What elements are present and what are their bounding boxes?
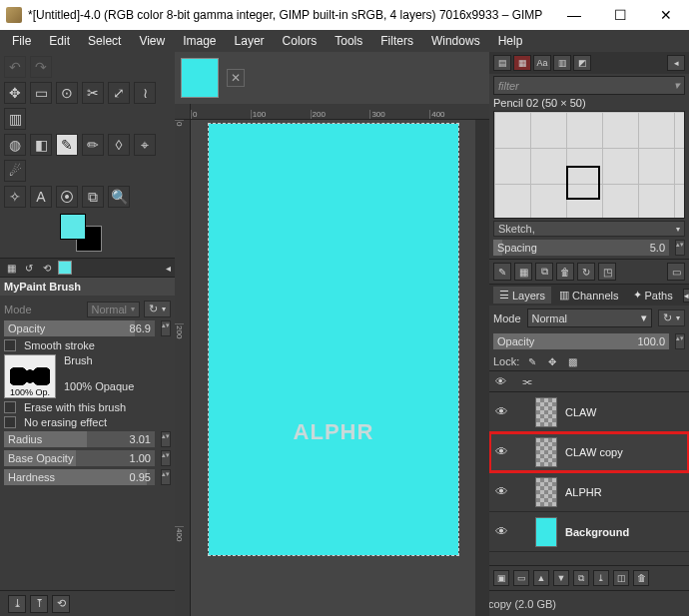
brush-personal-icon[interactable]: ◳: [598, 263, 616, 281]
brush-duplicate-icon[interactable]: ⧉: [535, 263, 553, 281]
noerase-checkbox[interactable]: [4, 416, 16, 428]
eye-icon[interactable]: 👁: [493, 444, 509, 459]
brush-refresh-icon[interactable]: ↻: [577, 263, 595, 281]
tool-bucket-icon[interactable]: ◍: [4, 134, 26, 156]
layer-name[interactable]: CLAW copy: [565, 446, 685, 458]
mode-reset-button[interactable]: ↻▾: [144, 301, 171, 317]
tab-fonts-icon[interactable]: Aa: [533, 55, 551, 71]
spacing-spinner[interactable]: ▴▾: [675, 240, 685, 256]
menu-edit[interactable]: Edit: [41, 31, 78, 51]
brush-new-icon[interactable]: ▦: [514, 263, 532, 281]
radius-slider[interactable]: Radius 3.01: [4, 431, 155, 447]
tool-redo-icon[interactable]: ↷: [30, 56, 52, 78]
canvas[interactable]: ALPHR: [191, 120, 475, 616]
tool-warp-icon[interactable]: ≀: [134, 82, 156, 104]
layer-thumbnail[interactable]: [535, 437, 557, 467]
spacing-slider[interactable]: Spacing 5.0: [493, 240, 669, 256]
tool-crop-icon[interactable]: ✂: [82, 82, 104, 104]
brush-delete-icon[interactable]: 🗑: [556, 263, 574, 281]
tool-smudge-icon[interactable]: ☄: [4, 160, 26, 182]
tab-brushes-icon[interactable]: ▤: [493, 55, 511, 71]
layer-down-icon[interactable]: ▼: [553, 570, 569, 586]
tool-move-icon[interactable]: ✥: [4, 82, 26, 104]
layer-delete-icon[interactable]: 🗑: [633, 570, 649, 586]
menu-image[interactable]: Image: [175, 31, 224, 51]
baseopacity-spinner[interactable]: ▴▾: [161, 450, 171, 466]
layer-mask-icon[interactable]: ◫: [613, 570, 629, 586]
menu-view[interactable]: View: [131, 31, 173, 51]
dock-menu-icon[interactable]: ◂: [667, 55, 685, 71]
layer-opacity-spinner[interactable]: ▴▾: [675, 333, 685, 349]
layer-group-icon[interactable]: ▭: [513, 570, 529, 586]
tool-pencil-icon[interactable]: ✏: [82, 134, 104, 156]
tool-free-select-icon[interactable]: ⊙: [56, 82, 78, 104]
tool-color-picker-icon[interactable]: ⦿: [56, 186, 78, 208]
menu-colors[interactable]: Colors: [275, 31, 326, 51]
brush-edit-icon[interactable]: ✎: [493, 263, 511, 281]
layer-name[interactable]: ALPHR: [565, 486, 685, 498]
tool-measure-icon[interactable]: ⧉: [82, 186, 104, 208]
image-tab-close-icon[interactable]: ✕: [227, 69, 245, 87]
opacity-slider[interactable]: Opacity 86.9: [4, 320, 155, 336]
opacity-spinner[interactable]: ▴▾: [161, 320, 171, 336]
brush-grid[interactable]: [493, 111, 685, 219]
layer-thumbnail[interactable]: [535, 397, 557, 427]
menu-layer[interactable]: Layer: [227, 31, 273, 51]
mode-select[interactable]: Normal▾: [87, 302, 140, 317]
hardness-spinner[interactable]: ▴▾: [161, 469, 171, 485]
layer-row[interactable]: 👁CLAW copy: [489, 432, 689, 472]
layer-mode-select[interactable]: Normal▾: [527, 308, 652, 327]
restore-preset-icon[interactable]: ⤒: [30, 595, 48, 613]
erase-checkbox[interactable]: [4, 401, 16, 413]
menu-tools[interactable]: Tools: [327, 31, 370, 51]
dock-menu-icon[interactable]: ◂: [683, 289, 689, 303]
tab-paths[interactable]: ✦Paths: [627, 287, 679, 304]
brush-open-icon[interactable]: ▭: [667, 263, 685, 281]
tool-path-icon[interactable]: ✧: [4, 186, 26, 208]
layer-row[interactable]: 👁Background: [489, 512, 689, 552]
eye-icon[interactable]: 👁: [493, 524, 509, 539]
lock-pixels-icon[interactable]: ✎: [525, 354, 539, 368]
dock-menu-icon[interactable]: ◂: [166, 263, 171, 274]
close-button[interactable]: ✕: [643, 0, 689, 30]
layer-thumbnail[interactable]: [535, 477, 557, 507]
delete-preset-icon[interactable]: ⟲: [52, 595, 70, 613]
tool-undo-history-icon[interactable]: ↶: [4, 56, 26, 78]
tool-eraser-icon[interactable]: ◊: [108, 134, 130, 156]
tab-undo-history-icon[interactable]: ⟲: [40, 261, 54, 275]
lock-position-icon[interactable]: ✥: [545, 354, 559, 368]
tab-history-icon[interactable]: ▥: [553, 55, 571, 71]
tab-colors-icon[interactable]: [58, 261, 72, 275]
layer-name[interactable]: CLAW: [565, 406, 685, 418]
menu-help[interactable]: Help: [490, 31, 531, 51]
layer-mode-reset-button[interactable]: ↻▾: [658, 309, 685, 326]
brush-filter-input[interactable]: filter ▾: [493, 76, 685, 95]
tab-device-status-icon[interactable]: ↺: [22, 261, 36, 275]
tab-gradients-icon[interactable]: ◩: [573, 55, 591, 71]
scrollbar-vertical[interactable]: [475, 120, 489, 616]
tool-zoom-icon[interactable]: 🔍: [108, 186, 130, 208]
menu-windows[interactable]: Windows: [423, 31, 488, 51]
canvas-image[interactable]: ALPHR: [209, 124, 458, 555]
tool-gradient-icon[interactable]: ◧: [30, 134, 52, 156]
layer-opacity-slider[interactable]: Opacity 100.0: [493, 333, 669, 349]
tool-flip-icon[interactable]: ▥: [4, 108, 26, 130]
image-tab-thumbnail[interactable]: [181, 58, 219, 98]
layer-name[interactable]: Background: [565, 526, 685, 538]
layer-row[interactable]: 👁ALPHR: [489, 472, 689, 512]
menu-filters[interactable]: Filters: [372, 31, 421, 51]
layer-duplicate-icon[interactable]: ⧉: [573, 570, 589, 586]
ruler-horizontal[interactable]: 0 100 200 300 400: [191, 104, 489, 120]
hardness-slider[interactable]: Hardness 0.95: [4, 469, 155, 485]
ruler-vertical[interactable]: 0 200 400: [175, 120, 191, 616]
fg-color-swatch[interactable]: [60, 214, 86, 240]
lock-alpha-icon[interactable]: ▩: [565, 354, 579, 368]
fg-bg-colors[interactable]: [60, 214, 110, 254]
eye-icon[interactable]: 👁: [493, 484, 509, 499]
tab-patterns-icon[interactable]: ▦: [513, 55, 531, 71]
eye-icon[interactable]: 👁: [493, 404, 509, 419]
tool-rect-select-icon[interactable]: ▭: [30, 82, 52, 104]
baseopacity-slider[interactable]: Base Opacity 1.00: [4, 450, 155, 466]
layer-merge-icon[interactable]: ⤓: [593, 570, 609, 586]
layer-up-icon[interactable]: ▲: [533, 570, 549, 586]
